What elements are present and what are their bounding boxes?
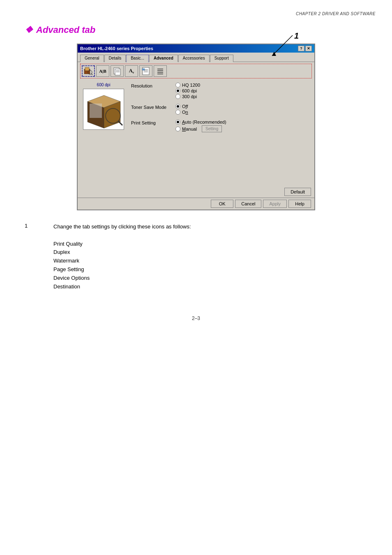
svg-line-0 — [272, 35, 293, 56]
default-button-area: Default — [78, 186, 314, 198]
toner-on-label: On — [182, 110, 188, 115]
default-button[interactable]: Default — [284, 188, 311, 196]
item-content-1: Change the tab settings by clicking thes… — [53, 223, 191, 291]
resolution-label: Resolution — [131, 83, 172, 88]
print-auto-option: Auto (Recommended) — [175, 120, 226, 124]
tab-details[interactable]: Details — [104, 55, 126, 62]
print-manual-label: Manual — [182, 127, 197, 131]
resolution-600dpi-label: 600 dpi — [182, 88, 197, 93]
toner-on-option: On — [175, 110, 188, 115]
resolution-hq1200-radio[interactable] — [175, 83, 180, 88]
tab-accessories[interactable]: Accessories — [178, 55, 210, 62]
help-button[interactable]: Help — [288, 200, 311, 208]
print-auto-radio[interactable] — [175, 120, 180, 124]
list-entry-watermark: Watermark — [53, 257, 191, 265]
resolution-300dpi-radio[interactable] — [175, 94, 180, 99]
toner-save-options: Off On — [175, 104, 188, 115]
svg-rect-14 — [142, 69, 145, 70]
tab-advanced[interactable]: Advanced — [149, 55, 178, 62]
callout-arrow — [264, 33, 297, 66]
toner-off-radio[interactable] — [175, 104, 180, 109]
resolution-options: HQ 1200 600 dpi 300 dpi — [175, 83, 200, 99]
resolution-hq1200-label: HQ 1200 — [182, 83, 200, 88]
close-titlebar-button[interactable]: ✕ — [305, 46, 312, 51]
print-auto-label: Auto (Recommended) — [182, 120, 226, 124]
help-titlebar-button[interactable]: ? — [298, 46, 304, 51]
cancel-button[interactable]: Cancel — [235, 200, 261, 208]
svg-rect-29 — [90, 104, 102, 118]
tab-basic[interactable]: Basic... — [126, 55, 149, 62]
section-title: ❖ Advanced tab — [25, 25, 367, 35]
apply-button[interactable]: Apply — [263, 200, 287, 208]
duplex-btn[interactable]: A|B — [96, 65, 109, 77]
print-manual-radio[interactable] — [175, 127, 180, 131]
titlebar-buttons: ? ✕ — [298, 46, 312, 51]
resolution-600dpi-radio[interactable] — [175, 88, 180, 93]
section-title-text: Advanced tab — [36, 25, 95, 35]
toner-on-radio[interactable] — [175, 110, 180, 115]
svg-line-5 — [91, 74, 92, 75]
action-buttons-area: OK Cancel Apply Help — [78, 198, 314, 210]
resolution-hq1200-option: HQ 1200 — [175, 83, 200, 88]
print-quality-btn[interactable] — [82, 65, 95, 77]
dialog-container: 1 Brother HL-2460 series Properties ? ✕ … — [77, 44, 315, 210]
list-entry-print-quality: Print Quality — [53, 240, 191, 249]
ok-button[interactable]: OK — [211, 200, 233, 208]
diamond-icon: ❖ — [25, 25, 33, 35]
item-text-1: Change the tab settings by clicking thes… — [53, 223, 191, 230]
dialog-title: Brother HL-2460 series Properties — [80, 46, 153, 51]
list-entry-duplex: Duplex — [53, 248, 191, 257]
chapter-header: CHAPTER 2 DRIVER AND SOFTWARE — [296, 12, 376, 16]
settings-area: Resolution HQ 1200 600 dpi — [131, 83, 311, 183]
body-text: 1 Change the tab settings by clicking th… — [25, 223, 367, 291]
toner-save-row: Toner Save Mode Off On — [131, 104, 311, 115]
tab-support[interactable]: Support — [210, 55, 233, 62]
preview-image — [83, 89, 124, 130]
numbered-item-1: 1 Change the tab settings by clicking th… — [25, 223, 367, 291]
toner-save-label: Toner Save Mode — [131, 104, 172, 110]
resolution-row: Resolution HQ 1200 600 dpi — [131, 83, 311, 99]
item-number-1: 1 — [25, 223, 41, 291]
list-entry-device-options: Device Options — [53, 274, 191, 283]
svg-rect-10 — [143, 67, 149, 75]
list-entry-page-setting: Page Setting — [53, 265, 191, 274]
watermark-btn[interactable] — [111, 65, 124, 77]
print-manual-option: Manual Setting — [175, 125, 226, 132]
resolution-300dpi-option: 300 dpi — [175, 94, 200, 99]
destination-btn[interactable] — [154, 65, 167, 77]
print-setting-label: Print Setting — [131, 120, 172, 125]
dialog-body: 600 dpi — [78, 79, 314, 186]
tab-general[interactable]: General — [80, 55, 104, 62]
resolution-300dpi-label: 300 dpi — [182, 94, 197, 99]
toner-off-label: Off — [182, 104, 188, 109]
page-setting-btn[interactable]: Av — [125, 65, 138, 77]
resolution-600dpi-option: 600 dpi — [175, 88, 200, 93]
svg-rect-3 — [85, 67, 89, 71]
setting-button[interactable]: Setting — [202, 125, 222, 132]
device-options-btn[interactable] — [139, 65, 152, 77]
preview-label: 600 dpi — [97, 83, 111, 87]
properties-dialog: Brother HL-2460 series Properties ? ✕ Ge… — [77, 44, 315, 210]
print-setting-row: Print Setting Auto (Recommended) Manual … — [131, 120, 311, 132]
preview-area: 600 dpi — [81, 83, 126, 183]
page-number: 2–3 — [25, 315, 367, 321]
toner-off-option: Off — [175, 104, 188, 109]
print-setting-options: Auto (Recommended) Manual Setting — [175, 120, 226, 132]
list-entry-destination: Destination — [53, 283, 191, 291]
